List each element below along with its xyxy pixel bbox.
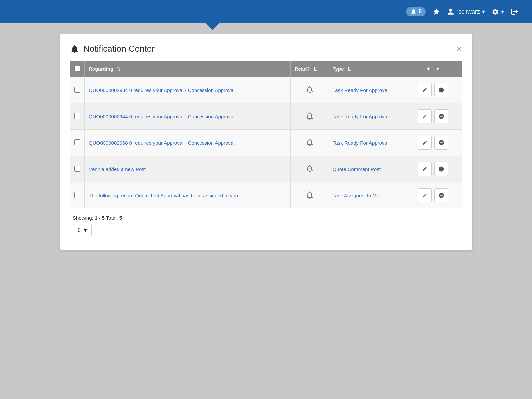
notification-bell-badge[interactable]: 5	[406, 7, 426, 16]
row-actions-5	[404, 182, 462, 208]
select-all-checkbox[interactable]	[74, 66, 80, 71]
remove-button-4[interactable]	[434, 162, 448, 176]
star-icon	[432, 8, 440, 16]
type-text-2: Task Ready For Approval	[333, 114, 389, 119]
row-regarding-3: QUO0000002968 0 requires your Approval -…	[85, 130, 291, 156]
panel-header: Notification Center ×	[70, 44, 462, 54]
regarding-link-1[interactable]: QUO0000002934 0 requires your Approval -…	[89, 87, 235, 93]
unread-bell-icon-5[interactable]	[306, 191, 314, 199]
total-count: 5	[119, 215, 122, 221]
total-label: Total:	[106, 215, 119, 221]
logout-icon	[511, 8, 519, 16]
table-row: rrennie added a new Post Quote Comment P…	[70, 156, 462, 182]
row-read-1	[290, 77, 329, 103]
column-dropdown-icon[interactable]: ▼	[435, 66, 440, 72]
type-text-4: Quote Comment Post	[333, 166, 381, 172]
panel-footer: Showing: 1 - 5 Total: 5 5 ▾	[70, 215, 462, 236]
filter-icon[interactable]: ▼	[426, 66, 431, 72]
gear-icon	[492, 8, 499, 15]
minus-circle-icon-5	[438, 192, 444, 198]
per-page-value: 5	[78, 227, 81, 233]
topbar: 5 rschwarz ▾ ▾	[0, 0, 532, 23]
row-checkbox-1[interactable]	[74, 87, 80, 93]
username-label: rschwarz	[456, 8, 480, 15]
remove-button-1[interactable]	[434, 83, 448, 97]
notification-bell-icon	[70, 44, 79, 54]
unread-bell-icon-2[interactable]	[306, 112, 314, 120]
type-text-1: Task Ready For Approval	[333, 87, 389, 93]
row-regarding-4: rrennie added a new Post	[85, 156, 291, 182]
minus-circle-icon-2	[438, 113, 444, 119]
row-actions-1	[404, 77, 462, 103]
per-page-dropdown-arrow[interactable]: ▾	[84, 227, 87, 233]
bell-icon	[410, 8, 417, 15]
row-read-2	[290, 103, 329, 130]
row-checkbox-cell	[70, 130, 85, 156]
unread-bell-icon-4[interactable]	[306, 165, 314, 173]
type-text-5: Task Assigned To Me	[333, 193, 380, 198]
minus-circle-icon-3	[438, 140, 444, 146]
logout-button[interactable]	[511, 8, 519, 16]
table-row: QUO0000002968 0 requires your Approval -…	[70, 130, 462, 156]
row-type-1: Task Ready For Approval	[329, 77, 404, 103]
row-type-4: Quote Comment Post	[329, 156, 404, 182]
notification-panel: Notification Center × Regarding ⇅ Read?	[60, 33, 472, 250]
unread-bell-icon-1[interactable]	[306, 86, 314, 94]
row-read-4	[290, 156, 329, 182]
row-regarding-1: QUO0000002934 0 requires your Approval -…	[85, 77, 291, 103]
th-regarding[interactable]: Regarding ⇅	[85, 61, 291, 77]
regarding-link-4[interactable]: rrennie added a new Post	[89, 166, 146, 172]
settings-dropdown-arrow: ▾	[501, 8, 504, 15]
row-checkbox-cell	[70, 77, 85, 103]
row-actions-3	[404, 130, 462, 156]
row-actions-4	[404, 156, 462, 182]
showing-label: Showing:	[73, 215, 95, 221]
row-type-5: Task Assigned To Me	[329, 182, 404, 208]
pencil-icon-3	[422, 140, 427, 145]
unread-bell-icon-3[interactable]	[306, 138, 314, 146]
remove-button-5[interactable]	[434, 188, 448, 202]
edit-button-5[interactable]	[418, 188, 432, 202]
regarding-link-5[interactable]: The following record Quote Test Approval…	[89, 193, 239, 198]
row-regarding-2: QUO0000002944 0 requires your Approval -…	[85, 103, 291, 130]
table-row: QUO0000002944 0 requires your Approval -…	[70, 103, 462, 130]
row-checkbox-4[interactable]	[74, 166, 80, 172]
bell-count: 5	[419, 9, 422, 15]
row-read-5	[290, 182, 329, 208]
row-type-2: Task Ready For Approval	[329, 103, 404, 130]
edit-button-4[interactable]	[418, 162, 432, 176]
regarding-link-2[interactable]: QUO0000002944 0 requires your Approval -…	[89, 114, 235, 119]
pencil-icon-1	[422, 87, 427, 93]
th-read[interactable]: Read? ⇅	[290, 61, 329, 77]
settings-menu[interactable]: ▾	[492, 8, 504, 15]
remove-button-2[interactable]	[434, 109, 448, 123]
edit-button-3[interactable]	[418, 136, 432, 150]
row-checkbox-2[interactable]	[74, 113, 80, 119]
user-menu[interactable]: rschwarz ▾	[447, 8, 485, 15]
regarding-link-3[interactable]: QUO0000002968 0 requires your Approval -…	[89, 140, 235, 146]
row-checkbox-3[interactable]	[74, 139, 80, 145]
per-page-selector[interactable]: 5 ▾	[73, 224, 92, 236]
th-select-all[interactable]	[70, 61, 85, 77]
edit-button-2[interactable]	[418, 109, 432, 123]
th-actions: ▼ ▼	[404, 61, 462, 77]
row-checkbox-cell	[70, 103, 85, 130]
type-sort-icon[interactable]: ⇅	[347, 67, 351, 72]
row-checkbox-5[interactable]	[74, 192, 80, 198]
row-read-3	[290, 130, 329, 156]
type-text-3: Task Ready For Approval	[333, 140, 389, 146]
user-icon	[447, 8, 454, 15]
minus-circle-icon-1	[438, 87, 444, 93]
favorites-star[interactable]	[432, 8, 440, 16]
close-button[interactable]: ×	[457, 44, 462, 54]
remove-button-3[interactable]	[434, 136, 448, 150]
regarding-sort-icon[interactable]: ⇅	[117, 67, 120, 72]
panel-title: Notification Center	[70, 44, 155, 54]
showing-text: Showing: 1 - 5 Total: 5	[73, 215, 462, 221]
row-actions-2	[404, 103, 462, 130]
row-checkbox-cell	[70, 156, 85, 182]
edit-button-1[interactable]	[418, 83, 432, 97]
th-type[interactable]: Type ⇅	[329, 61, 404, 77]
read-sort-icon[interactable]: ⇅	[313, 67, 317, 72]
row-regarding-5: The following record Quote Test Approval…	[85, 182, 291, 208]
